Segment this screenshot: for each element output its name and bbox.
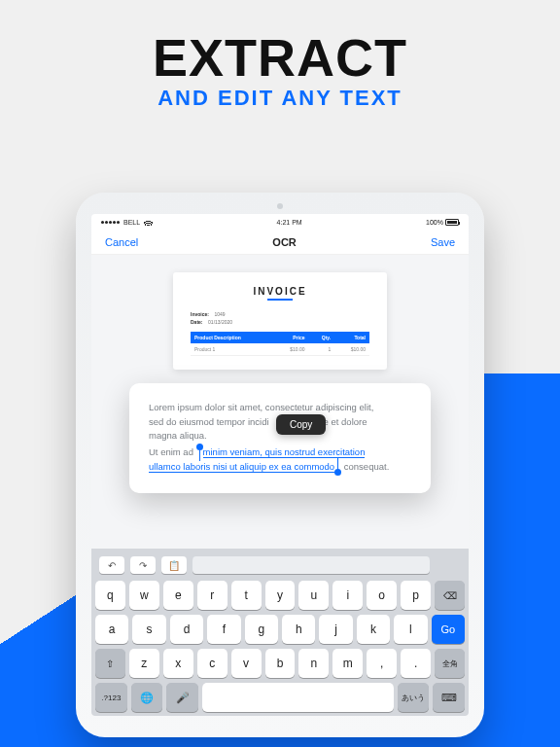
carrier-label: BELL: [123, 219, 140, 226]
key-z[interactable]: z: [129, 649, 159, 678]
kana-key[interactable]: あいう: [398, 683, 430, 712]
ipad-screen: BELL 4:21 PM 100% Cancel OCR Save: [91, 214, 469, 716]
key-r[interactable]: r: [197, 581, 228, 610]
key-s[interactable]: s: [132, 615, 165, 644]
page-title: OCR: [272, 236, 296, 248]
clock: 4:21 PM: [277, 219, 302, 226]
redo-button[interactable]: ↷: [130, 556, 156, 574]
promo-stage: EXTRACT AND EDIT ANY TEXT BELL 4:21 PM 1…: [0, 0, 560, 747]
keyboard-toolbar: ↶ ↷ 📋: [95, 554, 465, 576]
key-e[interactable]: e: [163, 581, 193, 610]
key-c[interactable]: c: [197, 649, 228, 678]
ocr-selection[interactable]: minim veniam, quis nostrud exercitation: [203, 446, 366, 458]
selection-handle-start-icon[interactable]: [196, 444, 203, 450]
ocr-line[interactable]: re et dolore: [320, 416, 367, 427]
key-o[interactable]: o: [367, 581, 397, 610]
mic-icon: 🎤: [176, 692, 190, 704]
key-l[interactable]: l: [394, 615, 427, 644]
battery-percent: 100%: [426, 219, 443, 226]
key-p[interactable]: p: [401, 581, 431, 610]
key-t[interactable]: t: [231, 581, 262, 610]
wifi-icon: [144, 219, 153, 226]
key-w[interactable]: w: [129, 581, 159, 610]
ocr-line[interactable]: magna aliqua.: [149, 430, 207, 441]
key-period[interactable]: .: [401, 649, 431, 678]
key-y[interactable]: y: [265, 581, 296, 610]
globe-icon: 🌐: [140, 692, 154, 704]
ocr-line[interactable]: consequat.: [341, 461, 389, 472]
ipad-device-frame: BELL 4:21 PM 100% Cancel OCR Save: [76, 193, 484, 737]
title-underline: [267, 299, 293, 301]
key-k[interactable]: k: [357, 615, 390, 644]
hide-keyboard-key[interactable]: ⌨: [433, 683, 465, 712]
ocr-selection[interactable]: ullamco laboris nisi ut aliquip ex ea co…: [149, 461, 334, 473]
key-row-2: a s d f g h j k l Go: [95, 615, 465, 644]
key-row-1: q w e r t y u i o p ⌫: [95, 581, 465, 610]
key-x[interactable]: x: [163, 649, 193, 678]
key-h[interactable]: h: [282, 615, 315, 644]
key-n[interactable]: n: [298, 649, 329, 678]
key-j[interactable]: j: [319, 615, 352, 644]
headline: EXTRACT AND EDIT ANY TEXT: [0, 27, 560, 111]
ocr-line[interactable]: sed do eiusmod tempor incidi: [149, 416, 269, 427]
toolbar-spacer: [436, 556, 461, 574]
table-row: Product 1 $10.00 1 $10.00: [191, 343, 369, 356]
shift-icon: ⇧: [106, 658, 114, 669]
cancel-button[interactable]: Cancel: [105, 236, 138, 248]
nav-bar: Cancel OCR Save: [91, 230, 469, 255]
key-f[interactable]: f: [207, 615, 240, 644]
key-b[interactable]: b: [265, 649, 296, 678]
keyboard-hide-icon: ⌨: [441, 692, 457, 704]
status-bar: BELL 4:21 PM 100%: [91, 214, 469, 230]
key-a[interactable]: a: [95, 615, 128, 644]
key-v[interactable]: v: [231, 649, 262, 678]
battery-icon: 100%: [426, 219, 459, 226]
suggestion-bar[interactable]: [192, 556, 430, 574]
backspace-icon: ⌫: [443, 590, 457, 601]
key-row-3: ⇧ z x c v b n m , . 全角: [95, 649, 465, 678]
key-g[interactable]: g: [245, 615, 278, 644]
invoice-table: Product Description Price Qty. Total Pro…: [191, 332, 369, 356]
backspace-key[interactable]: ⌫: [435, 581, 465, 610]
invoice-meta: Invoice: 1049 Date: 01/13/2020: [191, 310, 369, 326]
on-screen-keyboard: ↶ ↷ 📋 q w e r t y u i o p ⌫: [91, 549, 469, 716]
headline-sub: AND EDIT ANY TEXT: [0, 86, 560, 111]
go-key[interactable]: Go: [432, 615, 465, 644]
paste-button[interactable]: 📋: [161, 556, 187, 574]
key-row-4: .?123 🌐 🎤 あいう ⌨: [95, 683, 465, 712]
invoice-document: INVOICE Invoice: 1049 Date: 01/13/2020 P…: [173, 272, 387, 370]
signal-dots-icon: [101, 221, 120, 224]
undo-button[interactable]: ↶: [99, 556, 124, 574]
ocr-line[interactable]: Ut enim ad: [149, 446, 196, 457]
key-comma[interactable]: ,: [367, 649, 397, 678]
workspace: INVOICE Invoice: 1049 Date: 01/13/2020 P…: [91, 255, 469, 549]
copy-button[interactable]: Copy: [290, 419, 312, 430]
selection-handle-end-icon[interactable]: [334, 469, 341, 476]
fullwidth-key[interactable]: 全角: [435, 649, 465, 678]
save-button[interactable]: Save: [431, 236, 455, 248]
ocr-text-card[interactable]: Lorem ipsum dolor sit amet, consectetur …: [129, 383, 431, 493]
numbers-key[interactable]: .?123: [95, 683, 127, 712]
key-d[interactable]: d: [170, 615, 203, 644]
globe-key[interactable]: 🌐: [131, 683, 163, 712]
ocr-line[interactable]: Lorem ipsum dolor sit amet, consectetur …: [149, 402, 373, 412]
key-i[interactable]: i: [332, 581, 363, 610]
clipboard-icon: 📋: [168, 560, 180, 571]
space-key[interactable]: [202, 683, 393, 712]
key-m[interactable]: m: [332, 649, 363, 678]
copy-popover[interactable]: Copy: [276, 414, 326, 435]
invoice-title: INVOICE: [191, 286, 369, 297]
shift-key[interactable]: ⇧: [95, 649, 125, 678]
mic-key[interactable]: 🎤: [166, 683, 198, 712]
headline-main: EXTRACT: [0, 27, 560, 88]
key-u[interactable]: u: [298, 581, 329, 610]
key-q[interactable]: q: [95, 581, 125, 610]
